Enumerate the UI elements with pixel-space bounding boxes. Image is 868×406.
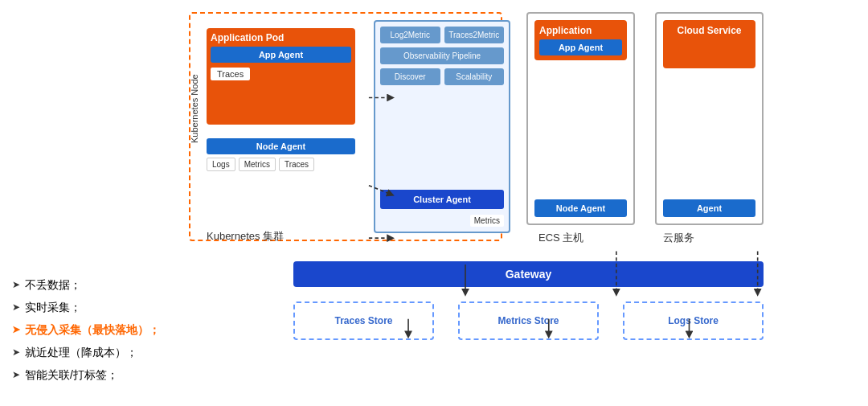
log2metric-box: Log2Metric: [380, 27, 440, 43]
k8s-cluster-label: Kubernetes 集群: [207, 229, 284, 244]
pipeline-mid-row: Discover Scalability: [380, 68, 504, 85]
cloud-service-box: Cloud Service Agent: [655, 12, 764, 225]
traces2metric-box: Traces2Metric: [444, 27, 505, 43]
left-panel: 不丢数据； 实时采集； 无侵入采集（最快落地）； 就近处理（降成本）； 智能关联…: [12, 12, 189, 394]
cluster-agent-box: Cluster Agent: [380, 190, 504, 209]
app-pod-label: Application Pod: [211, 32, 351, 43]
pipeline-box: Log2Metric Traces2Metric Observability P…: [374, 20, 510, 233]
bullet-1: 不丢数据；: [12, 273, 189, 296]
ecs-app-agent-box: App Agent: [539, 39, 622, 55]
app-agent-box: App Agent: [211, 47, 351, 63]
node-agent-row: Node Agent Logs Metrics Traces: [207, 138, 355, 171]
cloud-app-block: Cloud Service: [663, 20, 755, 68]
node-tags-row: Logs Metrics Traces: [207, 158, 355, 171]
traces-tag-1: Traces: [211, 68, 250, 80]
bullet-5: 智能关联/打标签；: [12, 363, 189, 386]
node-agent-box: Node Agent: [207, 138, 355, 154]
traces-store-box: Traces Store: [293, 301, 434, 340]
ecs-app-block: Application App Agent: [534, 20, 627, 60]
metrics-tag-node: Metrics: [239, 158, 276, 171]
gateway-bar: Gateway: [293, 261, 764, 287]
bullet-list: 不丢数据； 实时采集； 无侵入采集（最快落地）； 就近处理（降成本）； 智能关联…: [12, 273, 189, 386]
scalability-box: Scalability: [444, 68, 505, 85]
main-architecture: Kubernetes Node Application Pod App Agen…: [189, 12, 856, 394]
discover-box: Discover: [380, 68, 440, 85]
cloud-agent-box: Agent: [663, 199, 755, 217]
cloud-label: 云服务: [663, 231, 694, 245]
bullet-3-highlight: 无侵入采集（最快落地）；: [12, 318, 189, 341]
metrics-store-box: Metrics Store: [458, 301, 599, 340]
ecs-box: Application App Agent Node Agent: [526, 12, 635, 225]
k8s-node-label: Kubernetes Node: [190, 74, 199, 143]
cloud-service-label: Cloud Service: [668, 25, 751, 36]
app-pod-box: Application Pod App Agent Traces: [207, 28, 355, 125]
stores-row: Traces Store Metrics Store Logs Store: [293, 301, 764, 340]
ecs-node-agent-box: Node Agent: [534, 199, 627, 217]
traces-tag-node: Traces: [279, 158, 314, 171]
metrics-tag-pipeline: Metrics: [470, 215, 504, 227]
bullet-2: 实时采集；: [12, 296, 189, 318]
observability-pipeline-box: Observability Pipeline: [380, 47, 504, 64]
pipeline-top-row: Log2Metric Traces2Metric: [380, 27, 504, 43]
ecs-label: ECS 主机: [538, 231, 583, 245]
logs-tag: Logs: [207, 158, 235, 171]
logs-store-box: Logs Store: [623, 301, 764, 340]
bullet-4: 就近处理（降成本）；: [12, 341, 189, 363]
ecs-application-label: Application: [539, 25, 622, 36]
diagram-area: 不丢数据； 实时采集； 无侵入采集（最快落地）； 就近处理（降成本）； 智能关联…: [12, 12, 856, 394]
